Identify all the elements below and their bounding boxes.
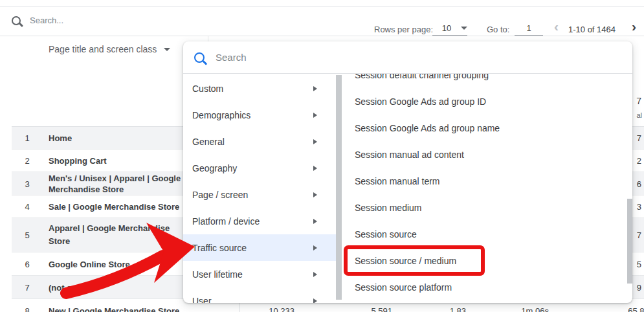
search-icon [12, 16, 21, 25]
menu-item-general[interactable]: General [183, 128, 336, 155]
row-label: Men's / Unisex | Apparel | GoogleMerchan… [49, 173, 181, 195]
submenu-list: Session default channel grouping Session… [342, 74, 617, 300]
chevron-right-icon [313, 86, 317, 91]
metric-views: 10,233 [269, 306, 294, 312]
row-index: 4 [19, 202, 35, 212]
chevron-right-icon [313, 139, 317, 144]
chevron-right-icon [313, 219, 317, 224]
submenu-scrollbar[interactable] [627, 199, 632, 284]
goto-page-input[interactable] [515, 23, 543, 34]
category-list-scrollbar[interactable] [336, 75, 342, 300]
submenu-item-session-manual-ad-content[interactable]: Session manual ad content [342, 141, 617, 168]
goto-page-field[interactable] [515, 21, 543, 36]
ga4-report-screen: { "topbar": { "search_placeholder": "Sea… [0, 0, 644, 312]
chevron-right-icon [313, 298, 317, 304]
row-metric-tail: 6 [637, 179, 641, 188]
row-label: Home [49, 133, 72, 144]
dimension-picker-body: Custom Demographics General Geography Pa… [183, 74, 632, 303]
rows-per-page-value: 10 [432, 23, 461, 33]
menu-item-traffic-source[interactable]: Traffic source [183, 234, 336, 261]
table-search-input[interactable] [28, 15, 173, 26]
menu-item-user-lifetime[interactable]: User lifetime [183, 261, 336, 287]
row-metric-tail: 2 [637, 156, 641, 166]
totals-percent-tail: al [636, 111, 642, 119]
row-index: 7 [19, 282, 35, 292]
menu-item-geography[interactable]: Geography [183, 155, 336, 181]
submenu-item-session-manual-term[interactable]: Session manual term [342, 168, 617, 194]
category-list: Custom Demographics General Geography Pa… [183, 74, 336, 303]
table-toolbar: Rows per page: 10 Go to: ‹ 1-10 of 1464 … [0, 7, 644, 36]
dimension-search-input[interactable] [214, 51, 411, 63]
row-metric-tail: 5 [637, 259, 641, 269]
goto-label: Go to: [487, 25, 509, 34]
table-search[interactable] [12, 15, 173, 26]
row-label: Apparel | Google MerchandiseStore [49, 222, 170, 248]
chevron-right-icon [313, 272, 317, 277]
chevron-down-icon [164, 48, 170, 51]
row-index: 8 [19, 306, 35, 312]
submenu-item-session-medium[interactable]: Session medium [342, 194, 617, 221]
menu-item-page-screen[interactable]: Page / screen [183, 181, 336, 208]
chevron-right-icon [313, 166, 317, 171]
menu-item-platform-device[interactable]: Platform / device [183, 208, 336, 234]
submenu-item-session-source-medium[interactable]: Session source / medium [342, 247, 617, 274]
dimension-selector-label: Page title and screen class [49, 44, 157, 54]
menu-item-custom[interactable]: Custom [183, 75, 336, 102]
chevron-right-icon [313, 192, 317, 197]
row-metric-tail: 7 [637, 230, 641, 240]
row-label: (not set) [49, 282, 82, 293]
menu-item-demographics[interactable]: Demographics [183, 102, 336, 128]
row-label: New | Google Merchandise Store [49, 305, 179, 312]
menu-item-user[interactable]: User [183, 287, 336, 303]
chevron-right-icon [313, 245, 317, 251]
search-icon [194, 52, 205, 63]
metric-users: 5,591 [371, 306, 392, 312]
row-index: 1 [19, 133, 35, 143]
chevron-down-icon [461, 27, 467, 30]
submenu-item-session-google-ads-ad-group-id[interactable]: Session Google Ads ad group ID [342, 88, 617, 115]
rows-per-page-label: Rows per page: [374, 25, 433, 34]
metric-event-count: 65,820 [628, 306, 644, 312]
dimension-search[interactable] [183, 41, 632, 74]
submenu-item-session-google-ads-ad-group-name[interactable]: Session Google Ads ad group name [342, 115, 617, 141]
totals-value-tail: 7 [636, 96, 641, 106]
chevron-right-icon [313, 113, 317, 118]
row-label: Google Online Store [49, 258, 130, 269]
pagination-range: 1-10 of 1464 [568, 25, 616, 34]
row-index: 3 [19, 179, 35, 188]
next-page-button[interactable]: › [632, 19, 636, 33]
submenu-item-session-source-platform[interactable]: Session source platform [342, 274, 617, 300]
metric-avg-engagement-time: 1m 06s [521, 306, 549, 312]
row-index: 6 [19, 259, 35, 269]
submenu-item-session-source[interactable]: Session source [342, 221, 617, 247]
row-metric-tail: 9 [637, 282, 641, 292]
previous-page-button[interactable]: ‹ [554, 19, 559, 33]
row-label: Shopping Cart [49, 155, 107, 166]
metric-views-per-user: 1.83 [450, 306, 466, 312]
row-metric-tail: 3 [637, 202, 641, 212]
row-index: 2 [19, 156, 35, 166]
submenu-item-session-default-channel-grouping[interactable]: Session default channel grouping [342, 74, 617, 88]
dimension-picker-menu: Custom Demographics General Geography Pa… [183, 41, 632, 303]
row-index: 5 [19, 230, 35, 240]
row-metric-tail: 7 [637, 133, 641, 143]
rows-per-page-select[interactable]: 10 [432, 21, 467, 36]
dimension-selector-dropdown[interactable]: Page title and screen class [49, 44, 170, 54]
row-label: Sale | Google Merchandise Store [49, 201, 179, 212]
